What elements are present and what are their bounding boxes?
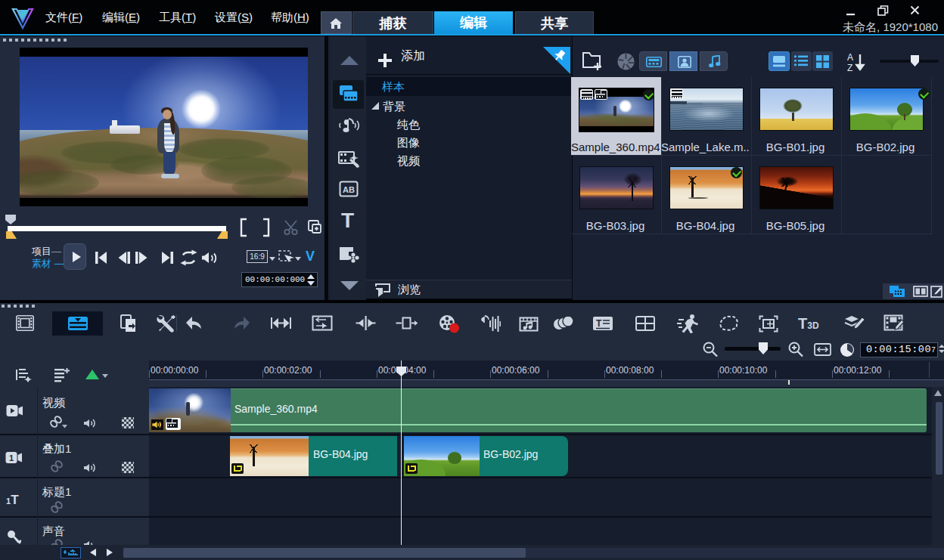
svg-text:Z: Z [847, 63, 852, 73]
svg-text:AB: AB [343, 185, 355, 194]
svg-text:T: T [596, 318, 602, 329]
svg-text:1: 1 [9, 453, 14, 463]
svg-text:A: A [847, 52, 853, 63]
